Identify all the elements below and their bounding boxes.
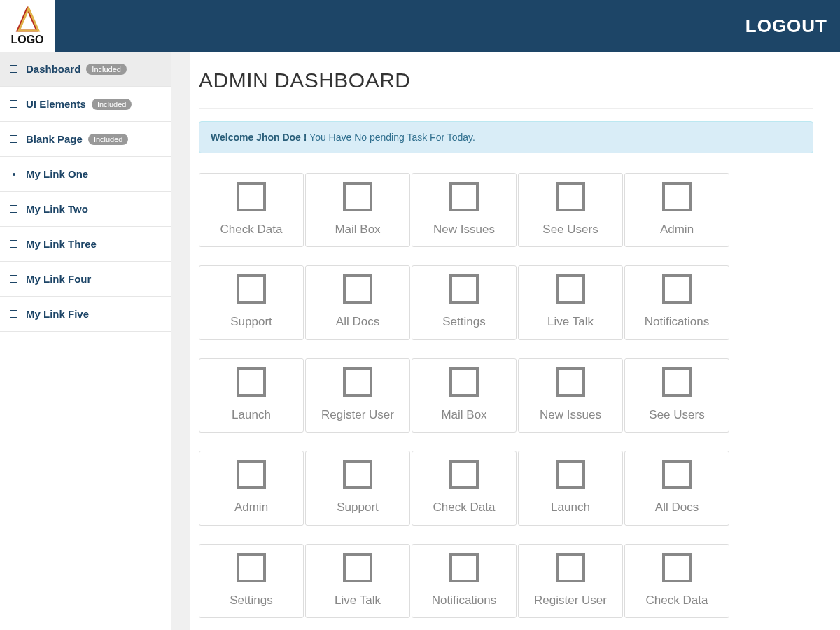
square-icon xyxy=(10,65,18,73)
card-label: See Users xyxy=(542,223,598,237)
card-all-docs[interactable]: All Docs xyxy=(305,265,410,340)
square-icon xyxy=(237,368,266,397)
card-check-data[interactable]: Check Data xyxy=(624,544,729,618)
card-launch[interactable]: Launch xyxy=(518,451,623,525)
square-icon xyxy=(343,182,372,211)
card-check-data[interactable]: Check Data xyxy=(199,173,304,247)
card-label: Live Talk xyxy=(547,315,594,329)
square-icon xyxy=(449,274,479,304)
card-all-docs[interactable]: All Docs xyxy=(624,451,729,525)
card-label: Notifications xyxy=(432,594,497,608)
card-check-data[interactable]: Check Data xyxy=(412,451,517,525)
square-icon xyxy=(237,460,266,489)
card-label: Support xyxy=(337,500,379,514)
square-icon xyxy=(10,135,18,143)
card-label: Register User xyxy=(321,408,394,422)
square-icon xyxy=(343,460,372,489)
square-icon xyxy=(662,274,692,304)
square-icon xyxy=(10,275,18,283)
sidebar-item-label: My Link Three xyxy=(26,238,97,250)
sidebar-badge: Included xyxy=(88,134,129,145)
card-settings[interactable]: Settings xyxy=(412,265,517,340)
card-label: New Issues xyxy=(540,408,601,422)
card-label: Mail Box xyxy=(441,408,486,422)
sidebar-item-blank-page[interactable]: Blank PageIncluded xyxy=(0,122,172,157)
square-icon xyxy=(237,182,266,211)
alert-text: You Have No pending Task For Today. xyxy=(307,132,475,143)
square-icon xyxy=(10,240,18,248)
square-icon xyxy=(662,553,692,582)
card-label: Launch xyxy=(551,500,590,514)
sidebar-item-my-link-two[interactable]: My Link Two xyxy=(0,192,172,227)
square-icon xyxy=(10,100,18,108)
card-see-users[interactable]: See Users xyxy=(624,358,729,433)
card-label: Check Data xyxy=(646,594,708,608)
card-launch[interactable]: Launch xyxy=(199,358,304,433)
card-label: See Users xyxy=(649,408,704,422)
topbar: LOGO LOGOUT xyxy=(0,0,840,52)
card-mail-box[interactable]: Mail Box xyxy=(412,358,517,433)
sidebar-item-my-link-one[interactable]: My Link One xyxy=(0,157,172,192)
square-icon xyxy=(662,182,692,211)
card-label: New Issues xyxy=(433,223,495,237)
sidebar-item-label: UI Elements xyxy=(26,98,86,110)
logo-icon xyxy=(13,6,41,34)
card-admin[interactable]: Admin xyxy=(624,173,729,247)
card-notifications[interactable]: Notifications xyxy=(412,544,517,618)
sidebar-badge: Included xyxy=(92,99,132,110)
sidebar-item-my-link-three[interactable]: My Link Three xyxy=(0,227,172,262)
logo-text: LOGO xyxy=(10,34,43,46)
card-label: Live Talk xyxy=(335,594,381,608)
card-live-talk[interactable]: Live Talk xyxy=(305,544,410,618)
sidebar-item-ui-elements[interactable]: UI ElementsIncluded xyxy=(0,87,172,122)
card-label: Admin xyxy=(234,500,268,514)
card-settings[interactable]: Settings xyxy=(199,544,304,618)
card-register-user[interactable]: Register User xyxy=(305,358,410,433)
square-icon xyxy=(10,310,18,318)
card-see-users[interactable]: See Users xyxy=(518,173,623,247)
card-label: Mail Box xyxy=(335,223,380,237)
card-new-issues[interactable]: New Issues xyxy=(412,173,517,247)
square-icon xyxy=(449,182,479,211)
sidebar: DashboardIncludedUI ElementsIncludedBlan… xyxy=(0,52,172,630)
card-notifications[interactable]: Notifications xyxy=(624,265,729,340)
card-live-talk[interactable]: Live Talk xyxy=(518,265,623,340)
sidebar-item-my-link-four[interactable]: My Link Four xyxy=(0,262,172,297)
card-register-user[interactable]: Register User xyxy=(518,544,623,618)
square-icon xyxy=(556,460,585,489)
logo[interactable]: LOGO xyxy=(0,0,55,52)
card-label: Launch xyxy=(232,408,271,422)
dot-icon xyxy=(13,173,15,176)
card-label: Check Data xyxy=(220,223,283,237)
square-icon xyxy=(343,553,372,582)
square-icon xyxy=(10,205,18,213)
sidebar-item-my-link-five[interactable]: My Link Five xyxy=(0,297,172,332)
card-support[interactable]: Support xyxy=(305,451,410,525)
card-support[interactable]: Support xyxy=(199,265,304,340)
square-icon xyxy=(556,182,585,211)
square-icon xyxy=(556,274,585,304)
square-icon xyxy=(556,553,585,582)
square-icon xyxy=(343,274,372,304)
card-label: Admin xyxy=(660,223,694,237)
card-label: Notifications xyxy=(645,315,710,329)
sidebar-item-dashboard[interactable]: DashboardIncluded xyxy=(0,52,172,87)
square-icon xyxy=(556,368,585,397)
welcome-alert: Welcome Jhon Doe ! You Have No pending T… xyxy=(199,121,813,153)
card-label: Settings xyxy=(230,594,272,608)
square-icon xyxy=(662,460,692,489)
card-grid: Check DataMail BoxNew IssuesSee UsersAdm… xyxy=(199,173,813,630)
square-icon xyxy=(449,368,479,397)
sidebar-item-label: My Link Five xyxy=(26,308,89,320)
square-icon xyxy=(449,460,479,489)
sidebar-item-label: My Link Four xyxy=(26,273,91,285)
main-content: ADMIN DASHBOARD Welcome Jhon Doe ! You H… xyxy=(190,52,840,630)
card-admin[interactable]: Admin xyxy=(199,451,304,525)
square-icon xyxy=(343,368,372,397)
card-label: All Docs xyxy=(336,315,379,329)
square-icon xyxy=(237,553,266,582)
card-new-issues[interactable]: New Issues xyxy=(518,358,623,433)
card-mail-box[interactable]: Mail Box xyxy=(305,173,410,247)
logout-link[interactable]: LOGOUT xyxy=(746,15,827,37)
divider xyxy=(199,108,813,108)
